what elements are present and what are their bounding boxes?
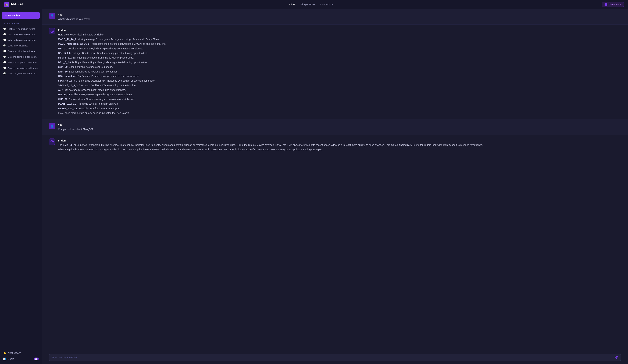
message-text: Can you tell me about EMA_50?	[58, 127, 621, 131]
ai-avatar	[49, 28, 55, 34]
chat-icon: 💬	[3, 50, 6, 53]
disconnect-button[interactable]: Disconnect	[602, 2, 624, 7]
message-text: Here are the technical indicators availa…	[58, 33, 621, 115]
message-group-ai-2: Fridon The EMA_50, or 50-period Exponent…	[42, 135, 628, 156]
message-row: 👤 You Can you tell me about EMA_50?	[49, 123, 621, 131]
message-content: You Can you tell me about EMA_50?	[58, 123, 621, 131]
sidebar: + New Chat Recent Chats 💬 Plot btc 4 hou…	[0, 9, 42, 364]
ai-avatar	[49, 138, 55, 145]
notifications-label: Notifications	[8, 352, 21, 354]
msg-line: CMF_20: Chaikin Money Flow, measuring ac…	[58, 97, 621, 101]
user-avatar: 👤	[49, 123, 55, 129]
msg-line: BBL_5_2.0: Bollinger Bands Lower Band, i…	[58, 51, 621, 55]
chat-item-text: Analyze sol price chart for m...	[8, 61, 38, 64]
chat-icon: 💬	[3, 72, 6, 75]
message-content: You What indicators do you have?	[58, 13, 621, 21]
svg-point-1	[52, 31, 53, 32]
msg-line: PSARl_0.02_0.2: Parabolic SAR for long-t…	[58, 102, 621, 106]
new-chat-button[interactable]: + New Chat	[2, 12, 40, 19]
bell-icon: 🔔	[3, 352, 6, 354]
chat-item-text: Give me coins like sol plea...	[8, 50, 37, 53]
msg-line: STOCHd_14_3_3: Stochastic Oscillator %D,…	[58, 83, 621, 87]
message-text: The EMA_50, or 50-period Exponential Mov…	[58, 143, 621, 152]
chat-item-text: What's my balance?	[8, 44, 28, 47]
msg-line: BBU_5_2.0: Bollinger Bands Upper Band, i…	[58, 61, 621, 64]
recent-chats-label: Recent Chats	[0, 22, 42, 26]
input-wrap	[49, 354, 621, 361]
topnav: 🤖 Fridon AI Chat Plugin Store Leaderboar…	[0, 0, 628, 9]
chat-item-text: Give me coins like sol by pr...	[8, 56, 37, 58]
list-item[interactable]: 💬 What do you think about so...	[1, 71, 40, 76]
send-button[interactable]	[615, 356, 618, 359]
messages: 👤 You What indicators do you have?	[42, 9, 628, 351]
list-item[interactable]: 💬 What indicators do you hav...	[1, 37, 40, 43]
message-row: 👤 You What indicators do you have?	[49, 13, 621, 21]
nav-leaderboard[interactable]: Leaderboard	[320, 3, 335, 6]
sender-name: You	[58, 13, 621, 16]
message-content: Fridon The EMA_50, or 50-period Exponent…	[58, 138, 621, 152]
message-input[interactable]	[52, 356, 613, 359]
list-item[interactable]: 💬 What indicators do you hav...	[1, 32, 40, 37]
chat-item-text: What do you think about so...	[8, 72, 37, 75]
logo-text: Fridon AI	[10, 3, 23, 6]
msg-line: The EMA_50, or 50-period Exponential Mov…	[58, 143, 621, 147]
msg-line: MACD_12_26_9: Moving Average Convergence…	[58, 37, 621, 41]
message-text: What indicators do you have?	[58, 17, 621, 21]
send-icon	[615, 356, 618, 359]
msg-line: OBV_in_million: On-Balance Volume, relat…	[58, 74, 621, 78]
msg-line: RSI_14: Relative Strength Index, indicat…	[58, 47, 621, 51]
sidebar-bottom: 🔔 Notifications 📊 Score 32	[0, 348, 42, 364]
chat-icon: 💬	[3, 61, 6, 64]
msg-line: MACD_histogram_12_26_9: Represents the d…	[58, 42, 621, 46]
list-item[interactable]: 💬 Analyze sol price chart for m...	[1, 60, 40, 65]
chat-area: 👤 You What indicators do you have?	[42, 9, 628, 364]
nav-links: Chat Plugin Store Leaderboard	[289, 3, 335, 6]
message-row: Fridon The EMA_50, or 50-period Exponent…	[49, 138, 621, 152]
chat-item-text: What indicators do you hav...	[8, 33, 37, 36]
chat-item-text: What indicators do you hav...	[8, 39, 37, 41]
list-item[interactable]: 💬 Plot btc 4 hour chart for me	[1, 26, 40, 32]
sender-name: Fridon	[58, 139, 621, 142]
disconnect-icon	[605, 3, 607, 6]
message-content: Fridon Here are the technical indicators…	[58, 28, 621, 116]
chat-icon: 💬	[3, 44, 6, 47]
chat-icon: 💬	[3, 33, 6, 36]
list-item[interactable]: 💬 Give me coins like sol by pr...	[1, 54, 40, 60]
user-avatar: 👤	[49, 13, 55, 19]
chat-icon: 💬	[3, 39, 6, 41]
main-layout: + New Chat Recent Chats 💬 Plot btc 4 hou…	[0, 9, 628, 364]
chat-icon: 💬	[3, 66, 6, 69]
msg-line: STOCHk_14_3_3: Stochastic Oscillator %K,…	[58, 79, 621, 83]
bar-chart-icon: 📊	[3, 358, 6, 360]
message-group-user-2: 👤 You Can you tell me about EMA_50?	[42, 119, 628, 135]
msg-line: PSARs_0.02_0.2: Parabolic SAR for short-…	[58, 107, 621, 110]
chat-item-text: Plot btc 4 hour chart for me	[8, 28, 35, 30]
message-group-user-1: 👤 You What indicators do you have?	[42, 9, 628, 25]
sender-name: Fridon	[58, 29, 621, 32]
msg-line: If you need more details on any specific…	[58, 111, 621, 115]
score-badge: 32	[34, 358, 39, 360]
chat-list: 💬 Plot btc 4 hour chart for me 💬 What in…	[0, 26, 42, 348]
msg-line: WILLR_14: Williams %R, measuring overbou…	[58, 93, 621, 96]
msg-line: BBM_5_2.0: Bollinger Bands Middle Band, …	[58, 56, 621, 60]
svg-point-3	[52, 141, 53, 142]
logo: 🤖 Fridon AI	[4, 2, 23, 7]
chat-icon: 💬	[3, 27, 6, 30]
sender-name: You	[58, 123, 621, 126]
list-item[interactable]: 💬 Give me coins like sol plea...	[1, 48, 40, 54]
nav-plugin-store[interactable]: Plugin Store	[300, 3, 315, 6]
msg-line: ADX_14: Average Directional Index, measu…	[58, 88, 621, 92]
sidebar-item-score[interactable]: 📊 Score 32	[1, 356, 40, 362]
list-item[interactable]: 💬 Analyze sol price chart for m...	[1, 65, 40, 71]
chat-item-text: Analyze sol price chart for m...	[8, 67, 38, 69]
input-area	[42, 351, 628, 364]
list-item[interactable]: 💬 What's my balance?	[1, 43, 40, 48]
logo-icon: 🤖	[4, 2, 9, 7]
plus-icon: +	[5, 14, 7, 17]
score-label: Score	[8, 358, 14, 360]
sidebar-item-notifications[interactable]: 🔔 Notifications	[1, 350, 40, 356]
msg-line: Here are the technical indicators availa…	[58, 33, 621, 37]
nav-chat[interactable]: Chat	[289, 3, 295, 6]
message-row: Fridon Here are the technical indicators…	[49, 28, 621, 116]
message-group-ai-1: Fridon Here are the technical indicators…	[42, 25, 628, 119]
